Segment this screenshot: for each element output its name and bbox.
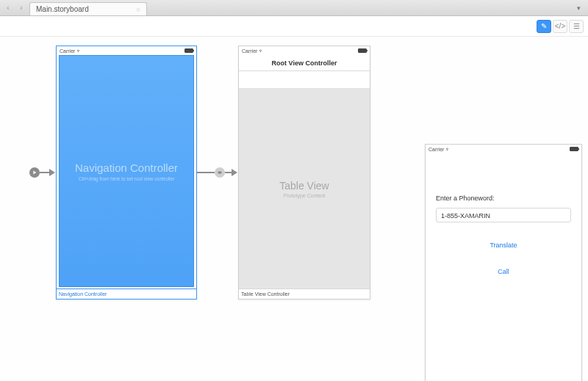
entry-arrow-head-icon <box>49 169 55 176</box>
mode-source-button[interactable]: </> <box>553 20 567 33</box>
scene-view-controller[interactable]: Carrier ᯤ Enter a Phoneword: 1-855-XAMAR… <box>425 144 582 381</box>
navbar-title: Root View Controller <box>272 59 337 67</box>
segue-root-relationship-icon[interactable] <box>215 167 225 178</box>
carrier-label: Carrier <box>242 48 257 54</box>
battery-icon <box>184 48 193 53</box>
scene-table-view-controller[interactable]: Carrier ᯤ Root View Controller Table Vie… <box>238 46 370 300</box>
tab-close-icon[interactable]: ○ <box>137 6 140 13</box>
phoneword-input[interactable]: 1-855-XAMARIN <box>436 208 571 222</box>
svg-marker-0 <box>33 171 36 175</box>
prototype-cell[interactable] <box>239 71 370 89</box>
carrier-label: Carrier <box>429 147 444 152</box>
entry-arrow-line <box>40 172 50 173</box>
translate-button[interactable]: Translate <box>436 242 571 249</box>
battery-icon <box>358 48 367 53</box>
scene-navigation-controller[interactable]: Carrier ᯤ Navigation Controller Ctrl+dra… <box>56 46 197 300</box>
tab-dropdown-button[interactable]: ▾ <box>572 4 585 12</box>
carrier-label: Carrier <box>60 48 75 54</box>
table-view-subtitle: Prototype Content <box>284 193 325 198</box>
mode-outline-button[interactable]: ☰ <box>569 20 584 33</box>
entry-point-icon[interactable] <box>29 167 40 178</box>
nav-back-button[interactable]: ‹ <box>3 3 13 13</box>
scene-caption: Table View Controller <box>239 289 370 299</box>
segue-1-line-a <box>197 172 215 173</box>
table-view-title: Table View <box>279 180 329 192</box>
navigation-controller-title: Navigation Controller <box>75 162 178 174</box>
statusbar: Carrier ᯤ <box>239 46 370 55</box>
view-controller-content[interactable]: Enter a Phoneword: 1-855-XAMARIN Transla… <box>426 153 581 381</box>
wifi-icon: ᯤ <box>445 147 451 152</box>
statusbar: Carrier ᯤ <box>57 46 196 55</box>
call-button[interactable]: Call <box>436 268 571 275</box>
mode-design-button[interactable]: ✎ <box>537 20 551 33</box>
wifi-icon: ᯤ <box>76 48 82 54</box>
statusbar: Carrier ᯤ <box>426 145 581 153</box>
navigation-bar[interactable]: Root View Controller <box>239 55 370 71</box>
segue-1-arrow-head-icon <box>232 169 237 176</box>
editor-toolbar: ✎ </> ☰ <box>0 16 588 37</box>
wifi-icon: ᯤ <box>259 48 264 54</box>
editor-mode-group: ✎ </> <box>537 20 567 33</box>
phoneword-label: Enter a Phoneword: <box>436 195 571 202</box>
battery-icon <box>570 147 578 151</box>
tab-well: Main.storyboard ○ <box>29 0 569 15</box>
table-view[interactable]: Table View Prototype Content <box>239 89 370 289</box>
tab-main-storyboard[interactable]: Main.storyboard ○ <box>29 2 147 15</box>
svg-rect-1 <box>218 171 222 173</box>
tab-title: Main.storyboard <box>36 5 89 13</box>
navigation-controller-body[interactable]: Navigation Controller Ctrl+drag from her… <box>59 55 194 287</box>
storyboard-canvas[interactable]: Carrier ᯤ Navigation Controller Ctrl+dra… <box>0 37 588 381</box>
scene-caption: Navigation Controller <box>57 289 196 299</box>
nav-forward-button[interactable]: › <box>16 3 26 13</box>
navigation-controller-hint: Ctrl+drag from here to set root view con… <box>79 176 175 181</box>
editor-chrome: ‹ › Main.storyboard ○ ▾ <box>0 0 588 16</box>
